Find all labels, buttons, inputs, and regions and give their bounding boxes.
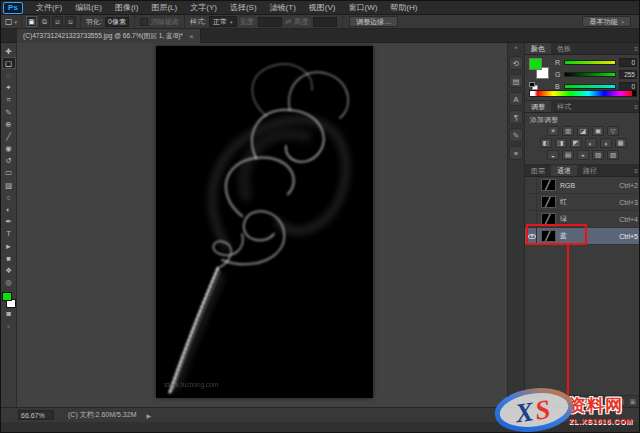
style-select[interactable]: 正常 ▾ [209,16,237,27]
antialias-checkbox[interactable] [140,18,148,26]
panel-menu-icon[interactable]: ≡ [634,43,640,54]
refine-edge-button[interactable]: 调整边缘… [349,16,398,27]
canvas-area[interactable]: stock.tuchong.com [17,43,507,407]
dock-properties-icon[interactable]: ▤ [509,74,523,88]
magic-wand-tool[interactable]: ✦ [2,82,16,94]
move-tool[interactable]: ✚ [2,45,16,57]
clone-stamp-tool[interactable]: ◉ [2,143,16,155]
dock-character-icon[interactable]: A [509,92,523,106]
zoom-tool[interactable]: ◎ [2,277,16,289]
photo-filter-icon[interactable]: ◐ [585,138,597,148]
color-balance-icon[interactable]: ◨ [555,138,567,148]
menu-type[interactable]: 文字(Y) [184,1,223,14]
gradient-map-icon[interactable]: ▨ [592,150,604,160]
posterize-icon[interactable]: ▤ [562,150,574,160]
panel-menu-icon[interactable]: ≡ [634,165,640,176]
add-selection-mode-icon[interactable]: ⧉ [39,16,50,27]
green-slider[interactable] [564,72,616,77]
crop-tool[interactable]: ⌗ [2,94,16,106]
brightness-contrast-icon[interactable]: ☀ [547,126,559,136]
height-input[interactable] [313,17,337,27]
tab-styles[interactable]: 样式 [551,101,577,112]
selective-color-icon[interactable]: ▧ [607,150,619,160]
green-value-input[interactable] [619,70,637,79]
tab-channels[interactable]: 通道 [551,165,577,176]
channel-shortcut: Ctrl+4 [619,216,638,223]
levels-icon[interactable]: ▥ [562,126,574,136]
default-colors-icon[interactable] [529,82,539,90]
visibility-toggle[interactable] [527,177,537,193]
healing-brush-tool[interactable]: ⊕ [2,118,16,130]
red-value-input[interactable] [619,58,637,67]
subtract-selection-mode-icon[interactable]: ⧄ [52,16,63,27]
exposure-icon[interactable]: ▣ [592,126,604,136]
foreground-color-swatch[interactable] [2,292,12,301]
brush-tool[interactable]: ╱ [2,130,16,142]
history-brush-tool[interactable]: ↺ [2,155,16,167]
visibility-toggle[interactable] [527,194,537,210]
black-white-icon[interactable]: ◩ [570,138,582,148]
menu-file[interactable]: 文件(F) [30,1,68,14]
menu-help[interactable]: 帮助(H) [384,1,423,14]
type-tool[interactable]: T [2,228,16,240]
eyedropper-tool[interactable]: ✎ [2,106,16,118]
channel-row-red[interactable]: 红 Ctrl+3 [525,194,640,211]
close-icon[interactable]: × [189,32,194,41]
dock-clone-source-icon[interactable]: ≡ [509,146,523,160]
menu-window[interactable]: 窗口(W) [342,1,383,14]
channel-mixer-icon[interactable]: ◑ [600,138,612,148]
menu-view[interactable]: 视图(V) [303,1,342,14]
intersect-selection-mode-icon[interactable]: ⧅ [65,16,76,27]
menu-layer[interactable]: 图层(L) [145,1,183,14]
active-tool-preset[interactable]: ▢ ▾ [1,15,22,28]
hue-saturation-icon[interactable]: ◧ [540,138,552,148]
menu-image[interactable]: 图像(I) [109,1,145,14]
dock-paragraph-icon[interactable]: ¶ [509,110,523,124]
tab-color[interactable]: 颜色 [525,43,551,54]
workspace-switcher[interactable]: 基本功能 ▾ [582,16,631,27]
eraser-tool[interactable]: ▭ [2,167,16,179]
tab-swatches[interactable]: 色板 [551,43,577,54]
expand-panels-icon[interactable]: « [514,44,517,52]
feather-input[interactable] [105,17,129,27]
channel-thumbnail [541,179,556,191]
status-options-arrow-icon[interactable]: ▶ [146,412,151,419]
annotation-pointer-line [567,245,569,399]
color-spectrum-ramp[interactable] [529,90,637,97]
hand-tool[interactable]: ❖ [2,264,16,276]
new-selection-mode-icon[interactable]: ▣ [26,16,37,27]
red-slider[interactable] [564,60,616,65]
dodge-tool[interactable]: ◐ [2,203,16,215]
vibrance-icon[interactable]: ▽ [607,126,619,136]
zoom-level-input[interactable] [18,410,54,420]
quick-mask-button[interactable]: ◙ [2,308,16,320]
foreground-color-swatch[interactable] [529,58,542,70]
marquee-tool[interactable]: ▢ [2,57,16,69]
swap-dimensions-icon[interactable]: ⇄ [285,18,291,26]
gradient-tool[interactable]: ▨ [2,179,16,191]
curves-icon[interactable]: ◪ [577,126,589,136]
menu-edit[interactable]: 编辑(E) [69,1,108,14]
dock-history-icon[interactable]: ⟲ [509,56,523,70]
blur-tool[interactable]: ○ [2,191,16,203]
panel-menu-icon[interactable]: ≡ [634,101,640,112]
tab-layers[interactable]: 图层 [525,165,551,176]
tab-adjustments[interactable]: 调整 [525,101,551,112]
document-image[interactable]: stock.tuchong.com [156,46,373,398]
width-input[interactable] [258,17,282,27]
pen-tool[interactable]: ✒ [2,216,16,228]
menu-filter[interactable]: 滤镜(T) [264,1,302,14]
lasso-tool[interactable]: ◌ [2,69,16,81]
shape-tool[interactable]: ■ [2,252,16,264]
color-lookup-icon[interactable]: ▦ [615,138,627,148]
document-tab[interactable]: (C)4737312421323733555.jpg @ 66.7%(图层 1,… [17,29,201,43]
path-select-tool[interactable]: ► [2,240,16,252]
menu-select[interactable]: 选择(S) [224,1,263,14]
blue-slider[interactable] [564,84,616,89]
screen-mode-button[interactable]: ▫ [2,320,16,332]
invert-icon[interactable]: ◒ [547,150,559,160]
threshold-icon[interactable]: ◓ [577,150,589,160]
tab-paths[interactable]: 路径 [577,165,603,176]
channel-row-rgb[interactable]: RGB Ctrl+2 [525,177,640,194]
dock-notes-icon[interactable]: ✎ [509,128,523,142]
